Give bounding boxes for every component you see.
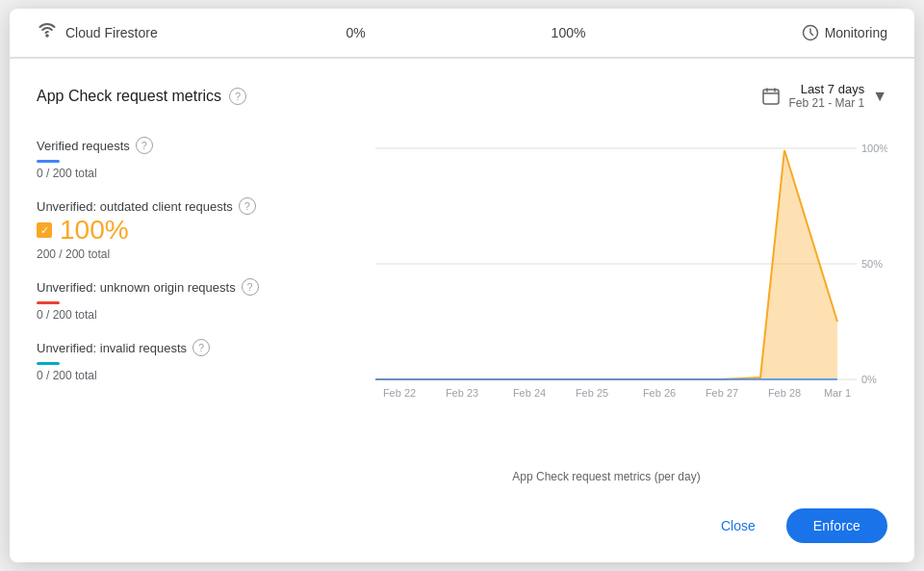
chart-fill-area (375, 150, 837, 379)
svg-text:Feb 28: Feb 28 (768, 387, 801, 399)
monitoring-label: Monitoring (825, 25, 887, 40)
outdated-checkbox[interactable]: ✓ (37, 222, 52, 238)
chart-x-label: App Check request metrics (per day) (325, 470, 887, 491)
legend-item-invalid: Unverified: invalid requests ? 0 / 200 t… (37, 331, 306, 392)
service-name: Cloud Firestore (65, 25, 158, 40)
outdated-label: Unverified: outdated client requests (37, 199, 233, 214)
chart-svg-area: 100% 50% 0% Feb 22 Feb 23 Feb 24 Feb 25 … (325, 129, 887, 464)
chevron-down-icon: ▼ (872, 88, 887, 105)
svg-rect-2 (763, 90, 779, 104)
legend: Verified requests ? 0 / 200 total Unveri… (37, 129, 325, 491)
unknown-help-icon[interactable]: ? (242, 278, 259, 296)
svg-text:Feb 22: Feb 22 (383, 387, 416, 399)
metrics-header: App Check request metrics ? Last 7 days … (37, 82, 887, 110)
invalid-line (37, 362, 60, 365)
close-button[interactable]: Close (702, 510, 775, 541)
unknown-line (37, 301, 60, 304)
legend-item-outdated: Unverified: outdated client requests ? ✓… (37, 190, 306, 271)
svg-text:Feb 25: Feb 25 (576, 387, 608, 399)
monitoring-section[interactable]: Monitoring (675, 24, 887, 41)
chart-area: Verified requests ? 0 / 200 total Unveri… (37, 129, 887, 491)
calendar-icon (761, 87, 781, 106)
svg-text:Feb 24: Feb 24 (513, 387, 546, 399)
clock-icon (802, 24, 819, 41)
svg-text:0%: 0% (861, 374, 877, 385)
chart-container: 100% 50% 0% Feb 22 Feb 23 Feb 24 Feb 25 … (325, 129, 887, 491)
percent-right: 100% (462, 25, 675, 40)
top-bar: Cloud Firestore 0% 100% Monitoring (10, 9, 914, 58)
svg-text:50%: 50% (861, 258, 883, 270)
outdated-value-row: ✓ 100% (37, 215, 306, 246)
outdated-total: 200 / 200 total (37, 247, 306, 261)
svg-text:Feb 23: Feb 23 (446, 387, 478, 399)
svg-point-0 (45, 34, 49, 38)
svg-text:Feb 26: Feb 26 (643, 387, 676, 399)
date-range-text: Last 7 days Feb 21 - Mar 1 (788, 82, 864, 110)
enforce-button[interactable]: Enforce (786, 508, 887, 543)
invalid-help-icon[interactable]: ? (192, 339, 210, 356)
outdated-percent: 100% (60, 215, 129, 246)
unknown-total: 0 / 200 total (37, 308, 306, 322)
metrics-title-row: App Check request metrics ? (37, 88, 246, 105)
verified-label: Verified requests (37, 139, 130, 153)
unknown-label: Unverified: unknown origin requests (37, 280, 236, 295)
service-info: Cloud Firestore (37, 22, 249, 43)
invalid-label: Unverified: invalid requests (37, 341, 187, 355)
svg-text:Feb 27: Feb 27 (706, 387, 738, 399)
verified-line (37, 160, 60, 163)
metrics-title: App Check request metrics (37, 88, 221, 105)
verified-help-icon[interactable]: ? (136, 137, 153, 154)
svg-text:Mar 1: Mar 1 (824, 387, 851, 399)
dialog: Cloud Firestore 0% 100% Monitoring App C… (10, 9, 914, 562)
footer: Close Enforce (10, 491, 914, 562)
firestore-icon (37, 22, 58, 43)
percent-left: 0% (249, 25, 462, 40)
date-range-sub: Feb 21 - Mar 1 (788, 96, 864, 110)
outdated-help-icon[interactable]: ? (239, 197, 256, 215)
chart-svg: 100% 50% 0% Feb 22 Feb 23 Feb 24 Feb 25 … (325, 129, 887, 399)
invalid-total: 0 / 200 total (37, 369, 306, 382)
main-content: App Check request metrics ? Last 7 days … (10, 59, 914, 491)
legend-item-unknown: Unverified: unknown origin requests ? 0 … (37, 271, 306, 331)
verified-total: 0 / 200 total (37, 167, 306, 180)
date-range-selector[interactable]: Last 7 days Feb 21 - Mar 1 ▼ (761, 82, 887, 110)
svg-text:100%: 100% (861, 143, 887, 154)
legend-item-verified: Verified requests ? 0 / 200 total (37, 129, 306, 190)
date-range-label: Last 7 days (788, 82, 864, 96)
metrics-help-icon[interactable]: ? (229, 88, 246, 105)
